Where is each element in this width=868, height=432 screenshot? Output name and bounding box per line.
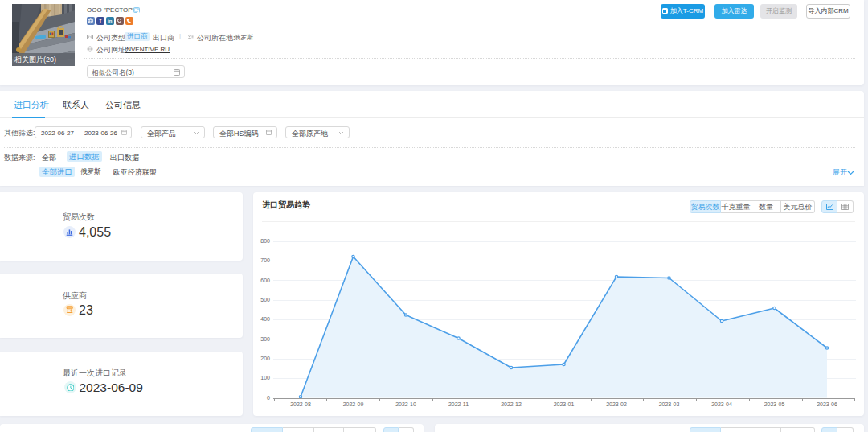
svg-text:相关图片(20): 相关图片(20) [14, 56, 56, 64]
